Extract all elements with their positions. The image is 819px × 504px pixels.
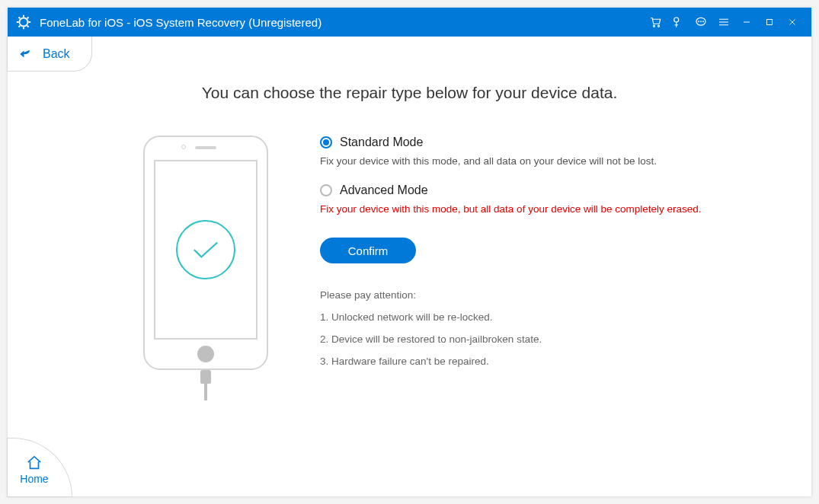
standard-mode-label: Standard Mode (340, 136, 423, 149)
attention-item: 1. Unlocked network will be re-locked. (320, 311, 750, 323)
minimize-button[interactable] (736, 11, 757, 33)
standard-mode-radio[interactable]: Standard Mode (320, 136, 750, 149)
key-icon[interactable] (667, 11, 689, 33)
page-heading: You can choose the repair type below for… (8, 84, 811, 102)
cable-icon (200, 370, 211, 400)
attention-item: 3. Hardware failure can't be repaired. (320, 356, 750, 367)
svg-point-1 (653, 25, 654, 27)
menu-icon[interactable] (713, 11, 734, 33)
device-illustration (122, 136, 290, 400)
app-logo-icon (15, 14, 32, 30)
svg-point-0 (20, 18, 28, 27)
phone-icon (143, 136, 268, 370)
attention-item: 2. Device will be restored to non-jailbr… (320, 333, 750, 345)
main-content: You can choose the repair type below for… (8, 37, 811, 496)
radio-unselected-icon (320, 184, 332, 196)
svg-point-3 (674, 18, 679, 22)
radio-selected-icon (320, 136, 332, 148)
advanced-mode-desc: Fix your device with this mode, but all … (320, 203, 750, 215)
close-button[interactable] (782, 11, 803, 33)
confirm-button[interactable]: Confirm (320, 238, 416, 263)
maximize-button[interactable] (759, 11, 780, 33)
svg-point-2 (657, 25, 659, 27)
standard-mode-desc: Fix your device with this mode, and all … (320, 155, 750, 167)
checkmark-icon (176, 220, 235, 279)
home-icon (26, 455, 43, 471)
feedback-icon[interactable] (690, 11, 712, 33)
app-title: FoneLab for iOS - iOS System Recovery (U… (40, 16, 322, 29)
attention-title: Please pay attention: (320, 289, 750, 301)
svg-rect-5 (767, 20, 773, 25)
advanced-mode-radio[interactable]: Advanced Mode (320, 183, 750, 197)
attention-block: Please pay attention: 1. Unlocked networ… (320, 289, 750, 367)
advanced-mode-label: Advanced Mode (340, 183, 428, 197)
back-label: Back (43, 47, 70, 61)
cart-icon[interactable] (645, 11, 666, 33)
back-arrow-icon (18, 49, 32, 59)
back-button[interactable]: Back (7, 37, 92, 72)
home-label: Home (20, 473, 48, 485)
titlebar: FoneLab for iOS - iOS System Recovery (U… (8, 8, 811, 37)
